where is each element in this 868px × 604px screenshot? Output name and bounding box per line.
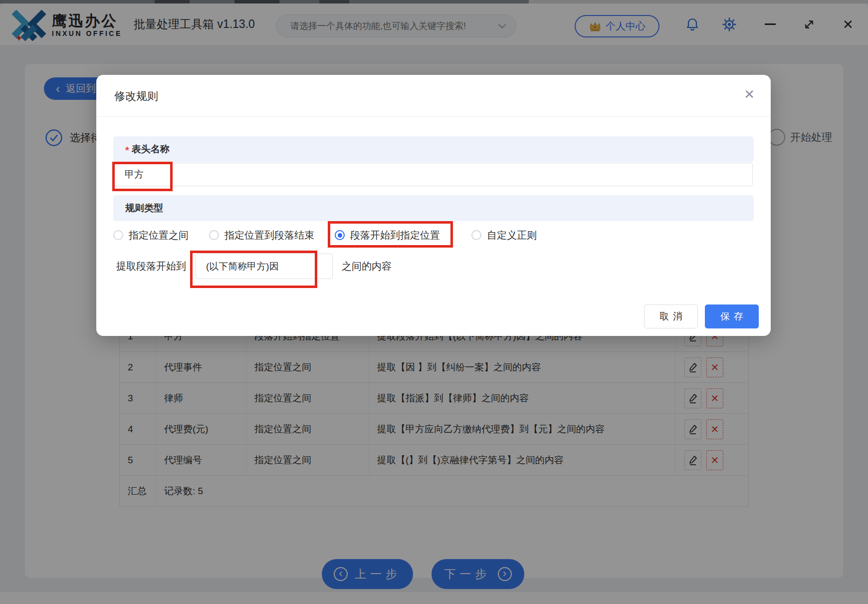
dialog-footer: 取消 保存 — [644, 304, 759, 328]
radio-unselected-icon — [113, 230, 123, 240]
header-name-field-band: * 表头名称 — [113, 136, 754, 162]
radio-unselected-icon — [471, 230, 481, 240]
save-button[interactable]: 保存 — [705, 304, 759, 328]
cancel-button[interactable]: 取消 — [644, 304, 698, 328]
divider — [96, 116, 771, 117]
annotation-box-header-name — [112, 162, 173, 191]
radio-option-label: 指定位置到段落结束 — [224, 229, 314, 242]
required-asterisk: * — [125, 145, 129, 156]
app-window: 鹰迅办公 INXUN OFFICE 批量处理工具箱 v1.13.0 个人中心 — [0, 0, 868, 604]
annotation-box-extract-input — [190, 251, 317, 288]
rule-type-field-band: 规则类型 — [113, 195, 754, 221]
header-name-label: 表头名称 — [132, 143, 170, 156]
radio-option-label: 自定义正则 — [487, 229, 537, 242]
annotation-box-rule-type — [328, 221, 453, 248]
radio-option-1[interactable]: 指定位置之间 — [113, 225, 189, 246]
radio-unselected-icon — [209, 230, 219, 240]
dialog-title: 修改规则 — [114, 89, 158, 104]
dialog-close-button[interactable]: ✕ — [744, 87, 755, 102]
extract-prefix-label: 提取段落开始到 — [116, 254, 186, 279]
header-name-input[interactable] — [114, 163, 753, 186]
edit-rule-dialog: 修改规则 ✕ * 表头名称 规则类型 指定位置之间指定位置到段落结束段落开始到指… — [96, 75, 771, 336]
rule-type-label: 规则类型 — [125, 202, 163, 215]
radio-option-label: 指定位置之间 — [129, 229, 189, 242]
extract-suffix-label: 之间的内容 — [342, 254, 392, 279]
radio-option-2[interactable]: 指定位置到段落结束 — [209, 225, 314, 246]
radio-option-4[interactable]: 自定义正则 — [471, 225, 537, 246]
